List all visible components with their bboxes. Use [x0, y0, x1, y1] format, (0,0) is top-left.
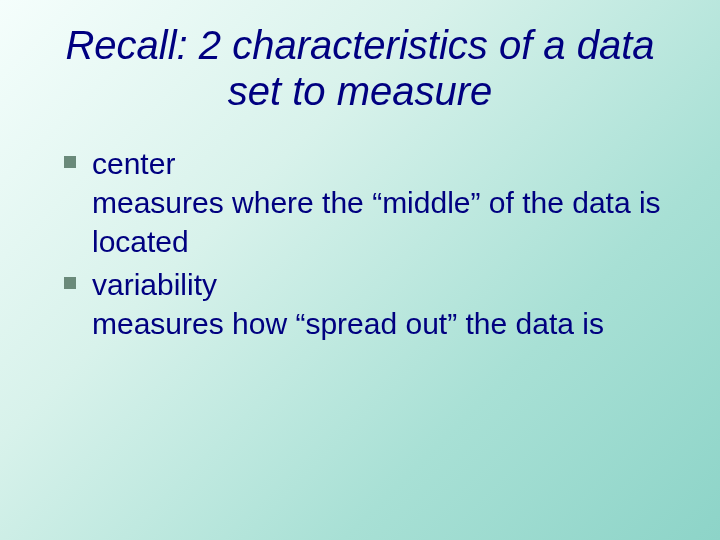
slide-title: Recall: 2 characteristics of a data set …	[50, 22, 670, 114]
item-description: measures where the “middle” of the data …	[92, 183, 670, 261]
bullet-list: center measures where the “middle” of th…	[50, 144, 670, 343]
list-item: center measures where the “middle” of th…	[58, 144, 670, 261]
item-heading: variability	[92, 265, 670, 304]
slide: Recall: 2 characteristics of a data set …	[0, 0, 720, 540]
list-item: variability measures how “spread out” th…	[58, 265, 670, 343]
item-heading: center	[92, 144, 670, 183]
item-description: measures how “spread out” the data is	[92, 304, 670, 343]
square-bullet-icon	[64, 156, 76, 168]
square-bullet-icon	[64, 277, 76, 289]
